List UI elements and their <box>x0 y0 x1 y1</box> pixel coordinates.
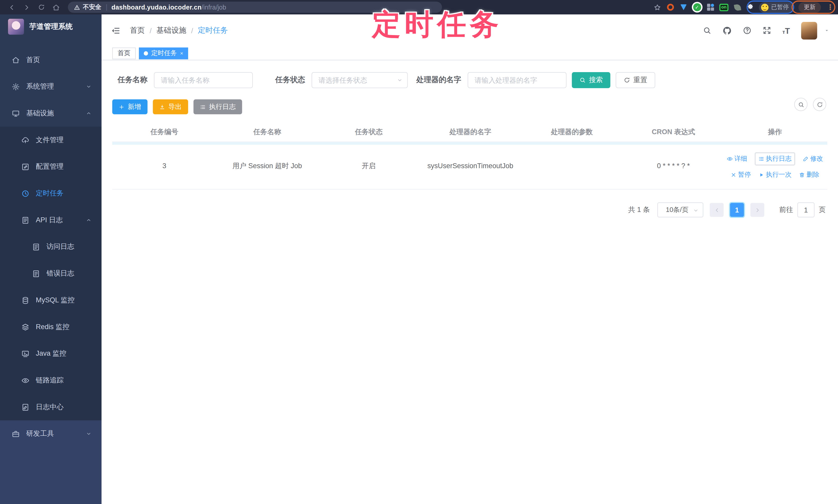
pagination: 共 1 条 10条/页 1 前往 页 <box>102 202 826 217</box>
browser-home-icon[interactable] <box>52 3 60 11</box>
handler-name-label: 处理器的名字 <box>416 75 461 85</box>
sidebar-item-api-log[interactable]: API 日志 <box>0 207 102 234</box>
extension-on-badge[interactable]: on <box>719 3 729 11</box>
cell-cron: 0 * * * * ? * <box>623 162 724 170</box>
sidebar-item-label: 访问日志 <box>46 242 74 252</box>
delete-link[interactable]: 删除 <box>799 170 819 180</box>
briefcase-icon <box>12 430 20 438</box>
browser-update-button[interactable]: 更新 <box>799 2 821 12</box>
tag-close-icon[interactable]: × <box>180 50 183 56</box>
extension-blue-drop-icon[interactable] <box>679 3 688 11</box>
job-status-select[interactable] <box>312 72 408 88</box>
job-name-input[interactable] <box>154 72 253 88</box>
screen: 不安全 dashboard.yudao.iocoder.cn /infra/jo… <box>0 0 838 504</box>
browser-reload-icon[interactable] <box>38 4 45 11</box>
browser-back-icon[interactable] <box>8 3 15 11</box>
address-bar[interactable]: 不安全 dashboard.yudao.iocoder.cn /infra/jo… <box>68 2 442 13</box>
extensions-puzzle-icon[interactable] <box>747 3 754 11</box>
export-button[interactable]: 导出 <box>153 100 188 114</box>
col-job-status: 任务状态 <box>318 127 420 137</box>
tag-home[interactable]: 首页 <box>112 48 136 59</box>
page-number-1[interactable]: 1 <box>730 203 744 217</box>
sidebar-item-log-center[interactable]: 日志中心 <box>0 394 102 420</box>
sidebar-item-home[interactable]: 首页 <box>0 46 102 73</box>
stack-icon <box>21 323 29 331</box>
goto-page-input[interactable] <box>797 202 814 217</box>
extension-grid-icon[interactable] <box>706 3 715 11</box>
infrastructure-submenu: 文件管理 配置管理 定时任务 API 日志 访问日志 <box>0 127 102 420</box>
log-doc-icon <box>21 216 29 224</box>
handler-name-input[interactable] <box>468 72 567 88</box>
execution-log-button[interactable]: 执行日志 <box>193 100 242 114</box>
user-avatar[interactable] <box>801 22 817 39</box>
run-once-link[interactable]: 执行一次 <box>758 170 792 180</box>
pencil-icon <box>803 156 809 162</box>
browser-forward-icon[interactable] <box>23 3 30 11</box>
trash-icon <box>799 172 805 178</box>
sidebar-item-java-monitor[interactable]: Java 监控 <box>0 340 102 367</box>
refresh-table-button[interactable] <box>813 98 826 111</box>
row-exec-log-link[interactable]: 执行日志 <box>754 152 795 166</box>
table-header-row: 任务编号 任务名称 任务状态 处理器的名字 处理器的参数 CRON 表达式 操作 <box>112 123 827 142</box>
page-size-select[interactable]: 10条/页 <box>657 202 703 217</box>
chevron-up-icon <box>86 110 92 116</box>
toggle-search-button[interactable] <box>794 98 808 111</box>
add-button[interactable]: 新增 <box>112 100 148 114</box>
pause-link[interactable]: 暂停 <box>731 170 751 180</box>
job-status-select-input[interactable] <box>312 72 408 88</box>
col-handler-params: 处理器的参数 <box>521 127 623 137</box>
extensions-area: ✓ on 已暂停 更新 ⋮ <box>654 2 834 12</box>
avatar-caret-down-icon[interactable] <box>824 28 830 33</box>
sidebar-item-label: 系统管理 <box>26 82 54 91</box>
extension-green-check-icon[interactable]: ✓ <box>693 3 701 11</box>
sidebar-bottom-section: 研发工具 <box>0 420 102 504</box>
prev-page-button[interactable] <box>710 203 723 217</box>
app-logo-row[interactable]: 芋道管理系统 <box>0 14 102 39</box>
goto-label: 前往 <box>779 205 793 215</box>
sidebar-item-error-log[interactable]: 错误日志 <box>0 260 102 287</box>
extension-orange-icon[interactable] <box>666 3 674 11</box>
edit-link[interactable]: 修改 <box>803 154 823 163</box>
sidebar-item-file-mgmt[interactable]: 文件管理 <box>0 127 102 154</box>
search-icon[interactable] <box>703 26 711 35</box>
sidebar-collapse-icon[interactable] <box>111 26 120 35</box>
breadcrumb-home[interactable]: 首页 <box>130 26 145 35</box>
next-page-button[interactable] <box>750 203 764 217</box>
breadcrumb-infrastructure[interactable]: 基础设施 <box>156 26 186 35</box>
fullscreen-icon[interactable] <box>763 26 771 35</box>
play-icon <box>758 172 764 178</box>
reset-button[interactable]: 重置 <box>616 72 655 88</box>
sidebar-menu: 首页 系统管理 基础设施 文件管理 配置管理 <box>0 39 102 504</box>
sidebar-item-label: 配置管理 <box>36 162 64 171</box>
sidebar-item-tracing[interactable]: 链路追踪 <box>0 367 102 394</box>
github-icon[interactable] <box>722 26 732 35</box>
table-row: 3 用户 Session 超时 Job 开启 sysUserSessionTim… <box>112 145 827 190</box>
breadcrumb-separator: / <box>150 26 152 35</box>
profile-paused-badge[interactable]: 已暂停 <box>759 2 794 12</box>
font-size-icon[interactable]: тT <box>782 26 790 35</box>
breadcrumb: 首页 / 基础设施 / 定时任务 <box>130 26 228 35</box>
sidebar-item-config-mgmt[interactable]: 配置管理 <box>0 153 102 180</box>
extension-leaf-icon[interactable] <box>733 3 742 11</box>
refresh-icon <box>816 101 823 108</box>
detail-link[interactable]: 详细 <box>727 154 747 163</box>
col-job-id: 任务编号 <box>112 127 216 137</box>
sidebar-item-label: 首页 <box>26 55 40 65</box>
sidebar-item-infrastructure[interactable]: 基础设施 <box>0 100 102 127</box>
sidebar-item-redis-monitor[interactable]: Redis 监控 <box>0 313 102 340</box>
bookmark-star-icon[interactable] <box>654 3 661 11</box>
chevron-down-icon <box>86 84 92 90</box>
sidebar-item-dev-tools[interactable]: 研发工具 <box>0 420 102 447</box>
col-actions: 操作 <box>724 127 826 137</box>
browser-menu-icon[interactable]: ⋮ <box>827 3 834 11</box>
col-handler-name: 处理器的名字 <box>420 127 521 137</box>
sidebar-item-system-mgmt[interactable]: 系统管理 <box>0 73 102 100</box>
search-button[interactable]: 搜索 <box>572 72 610 88</box>
cell-job-name: 用户 Session 超时 Job <box>216 161 318 170</box>
sidebar-item-access-log[interactable]: 访问日志 <box>0 233 102 260</box>
help-icon[interactable] <box>743 26 751 35</box>
sidebar-item-scheduled-jobs[interactable]: 定时任务 <box>0 180 102 207</box>
col-job-name: 任务名称 <box>216 127 318 137</box>
sidebar-item-mysql-monitor[interactable]: MySQL 监控 <box>0 287 102 314</box>
tag-scheduled-jobs[interactable]: 定时任务 × <box>139 48 188 59</box>
